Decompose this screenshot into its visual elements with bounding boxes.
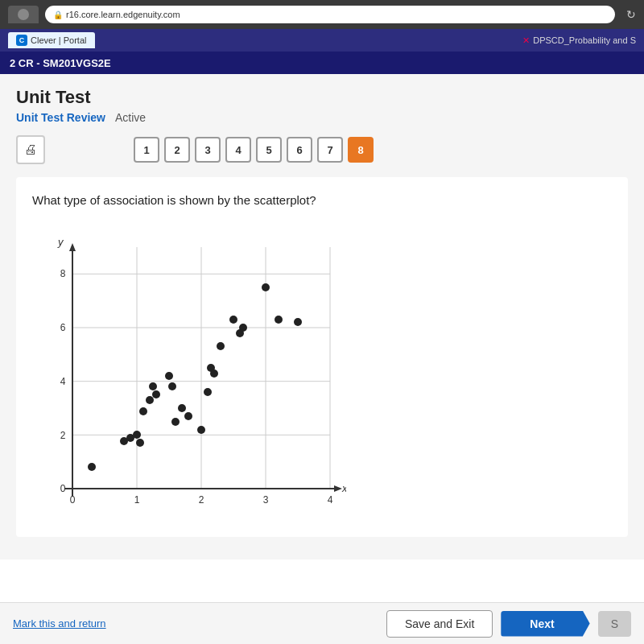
print-button[interactable]: 🖨 [16,135,45,164]
submit-button[interactable]: S [598,611,631,637]
q-num-4[interactable]: 4 [225,137,251,163]
svg-text:0: 0 [70,494,76,506]
breadcrumb-link[interactable]: Unit Test Review [16,111,105,124]
clever-icon: C [16,35,27,46]
breadcrumb-status: Active [115,111,146,124]
dpscd-tab[interactable]: ✕ DPSCD_Probability and S [522,35,636,46]
page-title: Unit Test [16,87,628,108]
address-bar[interactable]: 🔒 r16.core.learn.edgenuity.com [45,6,615,23]
scatterplot-svg: 0 2 4 6 8 0 1 2 3 4 y x [40,223,346,521]
course-title: 2 CR - SM201VGS2E [10,57,111,69]
svg-text:6: 6 [60,322,66,333]
svg-point-30 [136,439,144,447]
svg-text:2: 2 [60,430,66,441]
q-num-2[interactable]: 2 [164,137,190,163]
svg-point-41 [204,388,212,396]
q-num-6[interactable]: 6 [287,137,312,163]
svg-text:1: 1 [134,494,140,506]
question-area: What type of association is shown by the… [16,177,628,537]
x-icon: ✕ [522,35,530,46]
svg-point-33 [149,382,157,390]
browser-bar2: C Clever | Portal ✕ DPSCD_Probability an… [0,29,644,52]
main-content: Unit Test Unit Test Review Active 🖨 1 2 … [0,74,644,559]
svg-point-34 [152,390,160,398]
dpscd-tab-label: DPSCD_Probability and S [533,35,636,45]
svg-text:0: 0 [60,483,66,494]
svg-text:4: 4 [328,494,333,506]
svg-text:3: 3 [263,494,269,506]
svg-point-48 [262,283,270,291]
lock-icon: 🔒 [53,10,63,19]
svg-point-49 [275,316,283,324]
mark-return-link[interactable]: Mark this and return [13,617,378,630]
scatterplot-container: 0 2 4 6 8 0 1 2 3 4 y x [40,223,346,521]
svg-text:4: 4 [60,376,66,387]
svg-point-32 [146,396,154,404]
inactive-tab[interactable] [8,6,39,23]
toolbar-row: 🖨 1 2 3 4 5 6 7 8 [16,135,628,164]
q-num-3[interactable]: 3 [195,137,221,163]
save-exit-button[interactable]: Save and Exit [386,610,493,638]
svg-point-45 [229,316,237,324]
clever-tab-label: Clever | Portal [31,35,87,45]
svg-marker-12 [69,243,76,251]
svg-point-39 [184,412,192,420]
q-num-8[interactable]: 8 [348,137,374,163]
svg-text:x: x [341,482,346,494]
q-num-5[interactable]: 5 [256,137,282,163]
breadcrumb: Unit Test Review Active [16,111,628,124]
svg-point-36 [168,382,176,390]
svg-marker-13 [334,485,342,492]
svg-point-29 [133,431,141,439]
next-button[interactable]: Next [501,611,589,637]
svg-point-37 [171,418,180,426]
svg-point-35 [165,372,173,380]
course-bar: 2 CR - SM201VGS2E [0,52,644,74]
svg-point-43 [210,369,218,378]
svg-point-38 [178,404,186,412]
svg-point-40 [197,426,205,434]
browser-chrome: 🔒 r16.core.learn.edgenuity.com ↻ [0,0,644,29]
url-text: r16.core.learn.edgenuity.com [66,10,180,19]
clever-tab[interactable]: C Clever | Portal [8,32,95,48]
question-text: What type of association is shown by the… [32,193,612,207]
svg-text:8: 8 [60,268,66,279]
refresh-button[interactable]: ↻ [626,8,636,21]
print-icon: 🖨 [24,142,37,157]
svg-point-47 [239,324,247,332]
bottom-bar: Mark this and return Save and Exit Next … [0,602,644,644]
svg-point-31 [139,407,147,415]
q-num-7[interactable]: 7 [317,137,343,163]
svg-point-26 [88,463,96,471]
svg-text:y: y [57,236,64,248]
question-numbers: 1 2 3 4 5 6 7 8 [134,137,374,163]
q-num-1[interactable]: 1 [134,137,159,163]
svg-text:2: 2 [199,494,204,506]
svg-point-50 [294,318,302,326]
svg-point-44 [217,342,225,350]
